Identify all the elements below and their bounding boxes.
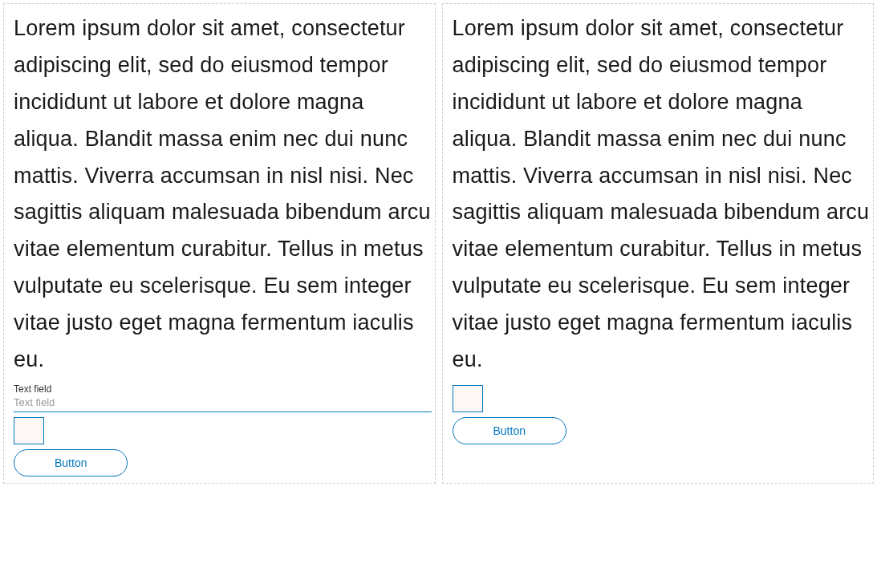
button-left[interactable]: Button [14,449,128,476]
panel-left: Lorem ipsum dolor sit amet, consectetur … [3,3,436,484]
controls-right: Button [443,382,874,451]
controls-left: Button [4,412,435,483]
panel-right: Lorem ipsum dolor sit amet, consectetur … [442,3,875,484]
textfield-label: Text field [14,383,432,395]
paragraph-right: Lorem ipsum dolor sit amet, consectetur … [443,4,874,382]
checkbox-right[interactable] [453,385,483,412]
button-right[interactable]: Button [453,417,566,444]
paragraph-left: Lorem ipsum dolor sit amet, consectetur … [4,4,435,382]
textfield-input[interactable] [14,395,432,412]
layout-container: Lorem ipsum dolor sit amet, consectetur … [3,3,874,484]
textfield-wrapper: Text field [4,383,435,412]
checkbox-left[interactable] [14,417,44,444]
